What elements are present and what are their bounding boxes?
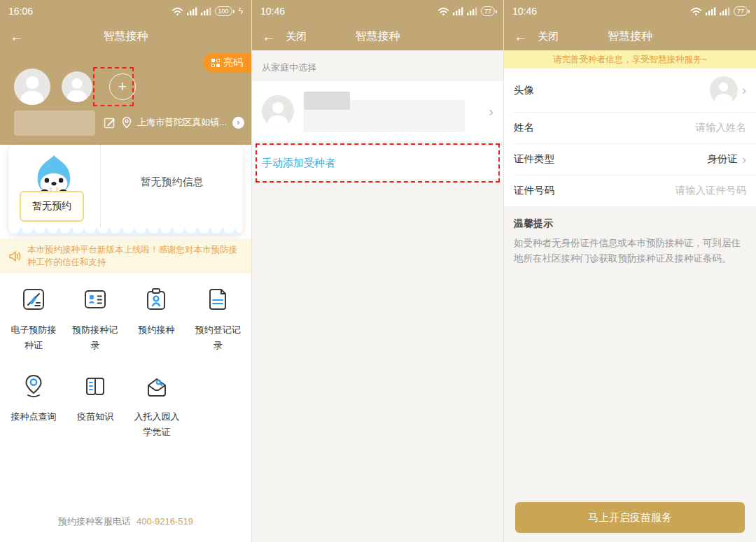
- menu-label: 预约接种: [132, 322, 180, 338]
- family-member-row[interactable]: ›: [252, 81, 503, 141]
- section-label: 从家庭中选择: [252, 50, 503, 81]
- service-phone-number[interactable]: 400-9216-519: [136, 516, 193, 527]
- tips-body: 如受种者无身份证件信息或本市预防接种证，可到居住地所在社区接种门诊获取预防接种证…: [514, 236, 746, 267]
- signal-icon-2: [467, 7, 477, 15]
- location-chevron-icon[interactable]: ›: [232, 117, 244, 129]
- menu-label: 预防接种记录: [71, 322, 119, 353]
- battery-percent: 77: [737, 8, 744, 15]
- nav-bar: 智慧接种 ← 关闭: [504, 22, 756, 50]
- announcement-bar[interactable]: 本市预约接种平台新版本上线啦！感谢您对本市预防接种工作的信任和支持: [0, 238, 251, 273]
- page-title: 智慧接种: [504, 29, 756, 44]
- form-row-avatar[interactable]: 头像 ›: [504, 69, 756, 112]
- menu-item-site-search[interactable]: 接种点查询: [3, 371, 64, 440]
- appointment-card: 暂无预约 暂无预约信息: [8, 145, 243, 234]
- document-lines-icon: [203, 285, 232, 314]
- status-bar: 16:06 100 ϟ: [0, 0, 251, 22]
- avatar-secondary[interactable]: [62, 71, 92, 102]
- screen-home: 16:06 100 ϟ 智慧接种 ← 亮码 +: [0, 0, 252, 542]
- signal-icon: [453, 7, 463, 15]
- status-bar: 10:46 77: [504, 0, 756, 22]
- start-vaccine-service-button[interactable]: 马上开启疫苗服务: [515, 502, 745, 533]
- nav-bar: 智慧接种 ← 关闭: [252, 22, 503, 50]
- member-avatar: [262, 95, 294, 127]
- signal-icon-2: [201, 7, 211, 15]
- battery-percent: 100: [218, 8, 229, 15]
- menu-label: 入托入园入学凭证: [133, 409, 181, 440]
- mascot-panel: 暂无预约: [8, 145, 101, 227]
- battery-icon: 77: [481, 6, 495, 16]
- form-row-id-number[interactable]: 证件号码 请输入证件号码: [504, 175, 756, 206]
- service-phone-label: 预约接种客服电话: [58, 516, 131, 527]
- wifi-icon: [172, 7, 183, 16]
- tips-section: 温馨提示 如受种者无身份证件信息或本市预防接种证，可到居住地所在社区接种门诊获取…: [504, 206, 756, 278]
- speaker-icon: [8, 250, 22, 262]
- menu-item-school-entry-cert[interactable]: 入托入园入学凭证: [126, 371, 188, 440]
- menu-label: 预约登记记录: [194, 322, 241, 353]
- nav-bar: 智慧接种 ←: [0, 22, 251, 50]
- redacted-member-info: [304, 90, 489, 132]
- menu-item-booking-records[interactable]: 预约登记记录: [187, 285, 248, 353]
- wave-decoration: [8, 228, 243, 234]
- no-appointment-message: 暂无预约信息: [101, 145, 243, 227]
- id-number-input[interactable]: 请输入证件号码: [676, 184, 747, 197]
- clock: 10:46: [260, 6, 285, 17]
- envelope-key-icon: [142, 371, 172, 401]
- menu-item-book-vaccination[interactable]: 预约接种: [126, 285, 188, 353]
- id-number-label: 证件号码: [514, 184, 554, 197]
- qr-code-icon: [211, 59, 220, 67]
- map-pin-icon: [19, 371, 48, 401]
- clock: 16:06: [8, 6, 33, 17]
- service-phone-footer: 预约接种客服电话400-9216-519: [0, 515, 251, 528]
- screen-select-member: 10:46 77 智慧接种 ← 关闭 从家庭中选择 › 手动添加受种者: [252, 0, 504, 542]
- page-title: 智慧接种: [0, 29, 251, 44]
- app: 16:06 100 ϟ 智慧接种 ← 亮码 +: [0, 0, 756, 542]
- announcement-text: 本市预约接种平台新版本上线啦！感谢您对本市预防接种工作的信任和支持: [27, 243, 243, 269]
- form-row-name[interactable]: 姓名 请输入姓名: [504, 112, 756, 143]
- highlight-box-add-member: [93, 67, 134, 106]
- redacted-username: [14, 110, 95, 136]
- id-type-value: 身份证: [707, 152, 738, 166]
- battery-icon: 100: [215, 6, 232, 16]
- status-bar: 10:46 77: [252, 0, 503, 22]
- notice-bar: 请完善受种者信息，享受智慧接种服务~: [504, 50, 756, 69]
- menu-label: 电子预防接种证: [10, 322, 57, 353]
- highlight-box-manual-add: [255, 143, 500, 183]
- charging-icon: ϟ: [239, 6, 243, 16]
- avatar-primary[interactable]: [14, 69, 50, 105]
- recipient-avatar: [710, 76, 738, 104]
- open-book-icon: [80, 371, 110, 401]
- menu-item-vaccine-knowledge[interactable]: 疫苗知识: [64, 371, 126, 440]
- name-label: 姓名: [514, 121, 534, 134]
- show-code-label: 亮码: [223, 57, 243, 69]
- page-title: 智慧接种: [252, 29, 503, 44]
- signal-icon: [187, 7, 197, 15]
- tips-title: 温馨提示: [514, 217, 746, 230]
- menu-item-evaccine-cert[interactable]: 电子预防接种证: [3, 285, 64, 353]
- wifi-icon: [438, 7, 449, 16]
- id-card-icon: [80, 285, 110, 314]
- signal-icon-2: [720, 7, 730, 15]
- syringe-card-icon: [19, 285, 48, 314]
- chevron-right-icon: ›: [489, 104, 493, 120]
- menu-item-vaccine-records[interactable]: 预防接种记录: [64, 285, 126, 353]
- show-code-badge[interactable]: 亮码: [203, 53, 251, 72]
- chevron-right-icon: ›: [742, 83, 746, 98]
- manual-add-row[interactable]: 手动添加受种者: [252, 147, 503, 179]
- wifi-icon: [690, 7, 702, 16]
- battery-percent: 77: [484, 8, 491, 15]
- name-input[interactable]: 请输入姓名: [696, 121, 747, 134]
- location-text[interactable]: 上海市普陀区真如镇...: [137, 116, 227, 129]
- id-type-label: 证件类型: [514, 152, 554, 166]
- form-row-id-type[interactable]: 证件类型 身份证 ›: [504, 143, 756, 175]
- no-appointment-sign: 暂无预约: [20, 191, 84, 222]
- menu-label: 疫苗知识: [71, 409, 119, 425]
- recipient-form: 头像 › 姓名 请输入姓名 证件类型 身份证 › 证件号码 请输入证件号码: [504, 69, 756, 206]
- home-header: 亮码 + 上海市普陀区真如镇... ›: [0, 50, 251, 145]
- location-pin-icon: [122, 117, 132, 129]
- clipboard-person-icon: [141, 285, 171, 314]
- avatar-label: 头像: [514, 84, 534, 97]
- battery-icon: 77: [734, 6, 748, 16]
- signal-icon: [706, 7, 716, 15]
- edit-icon[interactable]: [104, 116, 116, 129]
- screen-add-recipient: 10:46 77 智慧接种 ← 关闭 请完善受种者信息，享受智慧接种服务~ 头像…: [504, 0, 756, 542]
